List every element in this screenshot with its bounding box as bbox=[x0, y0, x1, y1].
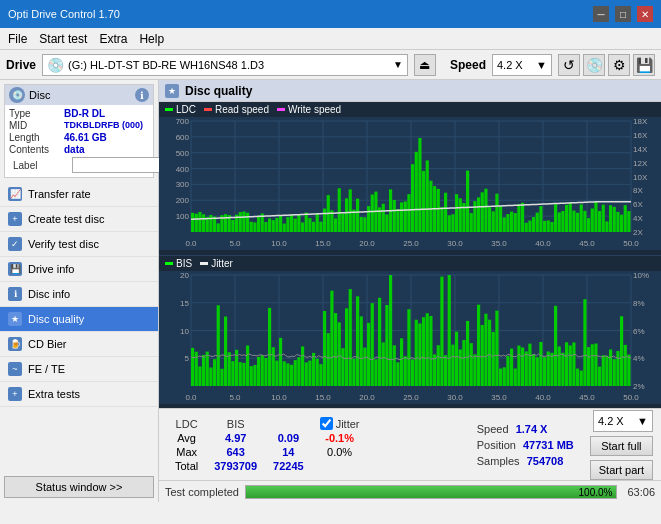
speed-select-drive[interactable]: 4.2 X ▼ bbox=[492, 54, 552, 76]
stats-total-ldc: 3793709 bbox=[206, 459, 265, 473]
disc-type-row: Type BD-R DL bbox=[9, 108, 149, 119]
menu-start-test[interactable]: Start test bbox=[39, 32, 87, 46]
menu-help[interactable]: Help bbox=[139, 32, 164, 46]
disc-label-row: Label 🔍 bbox=[13, 157, 145, 173]
start-full-button[interactable]: Start full bbox=[590, 436, 653, 456]
status-window-button[interactable]: Status window >> bbox=[4, 476, 154, 498]
maximize-button[interactable]: □ bbox=[615, 6, 631, 22]
bis-label: BIS bbox=[176, 258, 192, 269]
speed-value: 4.2 X bbox=[497, 59, 523, 71]
samples-label: Samples bbox=[477, 455, 520, 467]
disc-mid-row: MID TDKBLDRFB (000) bbox=[9, 120, 149, 131]
write-speed-label: Write speed bbox=[288, 104, 341, 115]
stats-header-bis: BIS bbox=[206, 416, 265, 431]
sidebar-item-create-test-disc[interactable]: + Create test disc bbox=[0, 207, 158, 232]
window-controls: ─ □ ✕ bbox=[593, 6, 653, 22]
disc-icon[interactable]: 💿 bbox=[583, 54, 605, 76]
drive-select[interactable]: 💿 (G:) HL-DT-ST BD-RE WH16NS48 1.D3 ▼ bbox=[42, 54, 408, 76]
jitter-checkbox-label: Jitter bbox=[336, 418, 360, 430]
menu-file[interactable]: File bbox=[8, 32, 27, 46]
bis-color bbox=[165, 262, 173, 265]
nav-label-fe-te: FE / TE bbox=[28, 363, 65, 375]
speed-select-right[interactable]: 4.2 X ▼ bbox=[593, 410, 653, 432]
top-chart-legend: LDC Read speed Write speed bbox=[159, 102, 661, 117]
sidebar: 💿 Disc ℹ Type BD-R DL MID TDKBLDRFB (000… bbox=[0, 80, 159, 502]
read-speed-legend: Read speed bbox=[204, 104, 269, 115]
menu-extra[interactable]: Extra bbox=[99, 32, 127, 46]
sidebar-item-fe-te[interactable]: ~ FE / TE bbox=[0, 357, 158, 382]
disc-header-label: Disc bbox=[29, 89, 50, 101]
content-area: ★ Disc quality LDC Read speed bbox=[159, 80, 661, 502]
sidebar-item-transfer-rate[interactable]: 📈 Transfer rate bbox=[0, 182, 158, 207]
fe-te-icon: ~ bbox=[8, 362, 22, 376]
sidebar-item-cd-bier[interactable]: 🍺 CD Bier bbox=[0, 332, 158, 357]
progress-fill bbox=[246, 486, 616, 498]
jitter-checkbox[interactable] bbox=[320, 417, 333, 430]
quality-header-icon: ★ bbox=[165, 84, 179, 98]
ldc-legend: LDC bbox=[165, 104, 196, 115]
jitter-color bbox=[200, 262, 208, 265]
drive-info-icon: 💾 bbox=[8, 262, 22, 276]
stats-avg-ldc: 4.97 bbox=[206, 431, 265, 445]
drive-value: (G:) HL-DT-ST BD-RE WH16NS48 1.D3 bbox=[68, 59, 393, 71]
bottom-chart-canvas bbox=[159, 271, 661, 404]
stats-total-label: Total bbox=[167, 459, 206, 473]
disc-panel-header: 💿 Disc ℹ bbox=[5, 85, 153, 105]
quality-title: Disc quality bbox=[185, 84, 252, 98]
read-speed-color bbox=[204, 108, 212, 111]
cd-bier-icon: 🍺 bbox=[8, 337, 22, 351]
settings-icon[interactable]: ⚙ bbox=[608, 54, 630, 76]
disc-panel-icon: 💿 bbox=[9, 87, 25, 103]
eject-button[interactable]: ⏏ bbox=[414, 54, 436, 76]
speed-select-right-val: 4.2 X bbox=[598, 415, 624, 427]
start-buttons: Start full Start part bbox=[590, 436, 653, 480]
speed-position-info: Speed 1.74 X Position 47731 MB Samples 7… bbox=[477, 423, 574, 467]
sidebar-item-disc-quality[interactable]: ★ Disc quality bbox=[0, 307, 158, 332]
save-icon[interactable]: 💾 bbox=[633, 54, 655, 76]
disc-contents-row: Contents data bbox=[9, 144, 149, 155]
sidebar-item-drive-info[interactable]: 💾 Drive info bbox=[0, 257, 158, 282]
close-button[interactable]: ✕ bbox=[637, 6, 653, 22]
speed-label: Speed bbox=[450, 58, 486, 72]
jitter-checkbox-container: Jitter bbox=[320, 417, 360, 430]
samples-value: 754708 bbox=[527, 455, 564, 467]
sidebar-item-verify-test-disc[interactable]: ✓ Verify test disc bbox=[0, 232, 158, 257]
jitter-legend-label: Jitter bbox=[211, 258, 233, 269]
position-value: 47731 MB bbox=[523, 439, 574, 451]
disc-mid-val: TDKBLDRFB (000) bbox=[64, 120, 149, 131]
progress-percent-text: 100.0% bbox=[579, 486, 613, 497]
right-controls: 4.2 X ▼ Start full Start part bbox=[590, 410, 653, 480]
stats-total-bis: 72245 bbox=[265, 459, 312, 473]
sidebar-item-disc-info[interactable]: ℹ Disc info bbox=[0, 282, 158, 307]
refresh-icon[interactable]: ↺ bbox=[558, 54, 580, 76]
disc-length-val: 46.61 GB bbox=[64, 132, 149, 143]
quality-header: ★ Disc quality bbox=[159, 80, 661, 102]
titlebar: Opti Drive Control 1.70 ─ □ ✕ bbox=[0, 0, 661, 28]
toolbar-icons: ↺ 💿 ⚙ 💾 bbox=[558, 54, 655, 76]
stats-jitter-check-cell: Jitter bbox=[312, 416, 368, 431]
top-chart-canvas bbox=[159, 117, 661, 250]
stats-max-label: Max bbox=[167, 445, 206, 459]
ldc-color bbox=[165, 108, 173, 111]
disc-info-icon[interactable]: ℹ bbox=[135, 88, 149, 102]
start-part-button[interactable]: Start part bbox=[590, 460, 653, 480]
drivebar: Drive 💿 (G:) HL-DT-ST BD-RE WH16NS48 1.D… bbox=[0, 50, 661, 80]
nav-label-disc-quality: Disc quality bbox=[28, 313, 84, 325]
disc-panel: 💿 Disc ℹ Type BD-R DL MID TDKBLDRFB (000… bbox=[4, 84, 154, 178]
disc-label-key: Label bbox=[13, 160, 68, 171]
stats-avg-label: Avg bbox=[167, 431, 206, 445]
minimize-button[interactable]: ─ bbox=[593, 6, 609, 22]
nav-label-transfer-rate: Transfer rate bbox=[28, 188, 91, 200]
nav-label-drive-info: Drive info bbox=[28, 263, 74, 275]
write-speed-color bbox=[277, 108, 285, 111]
bottom-chart-container bbox=[159, 271, 661, 409]
extra-tests-icon: + bbox=[8, 387, 22, 401]
stats-bar: LDC BIS Jitter Avg 4.97 0.09 bbox=[159, 408, 661, 480]
menubar: File Start test Extra Help bbox=[0, 28, 661, 50]
speed-info-value: 1.74 X bbox=[516, 423, 548, 435]
disc-contents-key: Contents bbox=[9, 144, 64, 155]
sidebar-item-extra-tests[interactable]: + Extra tests bbox=[0, 382, 158, 407]
disc-length-row: Length 46.61 GB bbox=[9, 132, 149, 143]
samples-info-row: Samples 754708 bbox=[477, 455, 574, 467]
stats-header-empty bbox=[265, 416, 312, 431]
